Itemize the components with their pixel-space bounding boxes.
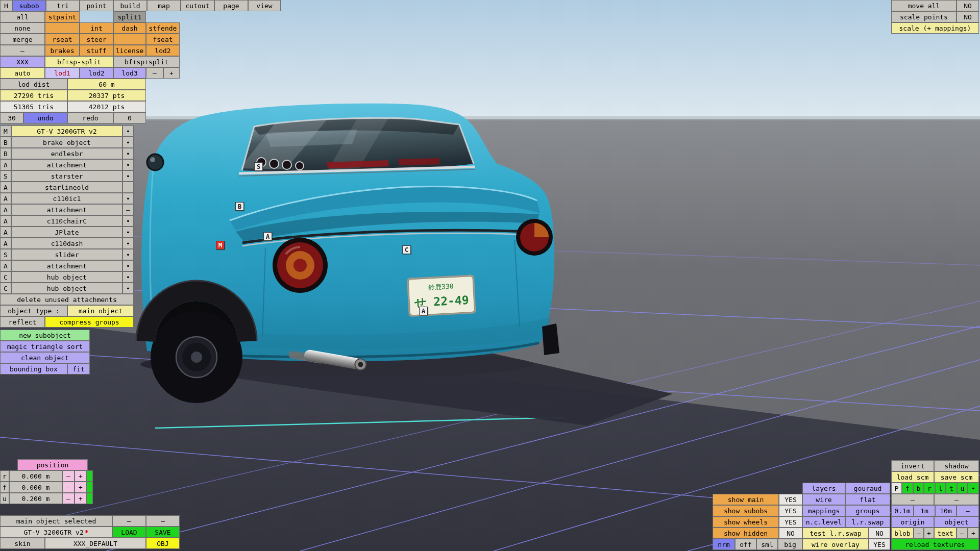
clean-object-button[interactable]: clean object xyxy=(0,352,90,363)
tool-bf-sp-plus-split[interactable]: bf+sp+split xyxy=(113,56,180,67)
channel-toggle-p[interactable]: P xyxy=(891,483,902,494)
show-subobs-value[interactable]: YES xyxy=(779,505,802,516)
object-row-label[interactable]: attachment xyxy=(11,260,122,271)
position-plus-f[interactable]: + xyxy=(75,482,87,493)
layers-button[interactable]: layers xyxy=(802,483,845,494)
position-value-u[interactable]: 0.200 m xyxy=(9,493,62,504)
object-row-letter[interactable]: C xyxy=(0,271,11,283)
show-hidden-value[interactable]: NO xyxy=(779,528,802,539)
selection-dash-2[interactable]: – xyxy=(146,515,180,527)
object-row-flag[interactable]: • xyxy=(122,238,134,249)
show-main-value[interactable]: YES xyxy=(779,494,802,505)
object-row-label[interactable]: c110chairC xyxy=(11,215,122,227)
move-all-value[interactable]: NO xyxy=(957,0,979,11)
object-row-letter[interactable]: A xyxy=(0,182,11,193)
object-row-label[interactable]: slider xyxy=(11,249,122,260)
grid-10m-button[interactable]: 10m xyxy=(935,505,957,516)
wire-overlay-toggle[interactable]: wire overlay xyxy=(802,539,869,550)
channel-toggle-r[interactable]: r xyxy=(924,483,935,494)
load-scm-button[interactable]: load scm xyxy=(891,471,934,483)
delete-unused-attachments-button[interactable]: delete unused attachments xyxy=(0,294,134,305)
object-row-flag[interactable]: • xyxy=(122,271,134,283)
tool-rseat[interactable]: rseat xyxy=(45,34,80,45)
blob-minus-button[interactable]: – xyxy=(914,528,924,539)
save-button[interactable]: SAVE xyxy=(146,527,180,538)
scale-mappings-button[interactable]: scale (+ mappings) xyxy=(891,22,979,34)
object-row-flag[interactable]: • xyxy=(122,215,134,227)
object-row-label[interactable]: GT-V 3200GTR v2 xyxy=(11,126,122,137)
tool-brakes[interactable]: brakes xyxy=(45,45,80,56)
channel-toggle-b[interactable]: b xyxy=(913,483,924,494)
lod-plus-button[interactable]: + xyxy=(163,67,180,79)
bounding-box-button[interactable]: bounding box xyxy=(0,363,67,374)
grid-0-1m-button[interactable]: 0.1m xyxy=(891,505,914,516)
object-row-label[interactable]: endlesbr xyxy=(11,148,122,159)
object-row-flag[interactable]: • xyxy=(122,260,134,271)
object-button[interactable]: object xyxy=(934,516,979,528)
show-wheels-toggle[interactable]: show wheels xyxy=(713,516,779,528)
channel-toggle-f[interactable]: f xyxy=(902,483,913,494)
object-row-label[interactable]: starlineold xyxy=(11,182,122,193)
channel-toggle-l[interactable]: l xyxy=(935,483,946,494)
object-row-label[interactable]: JPlate xyxy=(11,227,122,238)
position-minus-f[interactable]: – xyxy=(62,482,75,493)
flat-button[interactable]: flat xyxy=(845,494,890,505)
nrm-off-button[interactable]: off xyxy=(735,539,756,550)
undo-button[interactable]: undo xyxy=(23,112,67,123)
menu-item-cutout[interactable]: cutout xyxy=(181,0,214,11)
menu-item-page[interactable]: page xyxy=(214,0,248,11)
tool-stpaint[interactable]: stpaint xyxy=(45,11,80,22)
object-row-flag[interactable]: • xyxy=(122,159,134,170)
tool-stuff[interactable]: stuff xyxy=(80,45,113,56)
load-button[interactable]: LOAD xyxy=(112,527,146,538)
show-hidden-toggle[interactable]: show hidden xyxy=(713,528,779,539)
tool-lod2-orange[interactable]: lod2 xyxy=(146,45,180,56)
object-row-label[interactable]: attachment xyxy=(11,159,122,170)
tool-dash[interactable]: dash xyxy=(113,22,146,34)
blob-button[interactable]: blob xyxy=(891,528,914,539)
current-object-name[interactable]: GT-V 3200GTR v2* xyxy=(0,527,112,538)
object-row-flag[interactable]: • xyxy=(122,170,134,182)
channel-toggle-t[interactable]: t xyxy=(946,483,957,494)
object-row-flag[interactable]: – xyxy=(122,204,134,215)
channel-toggle-dot[interactable]: • xyxy=(968,483,979,494)
tool-steer[interactable]: steer xyxy=(80,34,113,45)
position-plus-u[interactable]: + xyxy=(75,493,87,504)
scale-points-value[interactable]: NO xyxy=(957,11,979,22)
skin-value[interactable]: XXX_DEFAULT xyxy=(45,538,146,549)
lod-dist-value[interactable]: 60 m xyxy=(67,79,146,90)
compress-groups-button[interactable]: compress groups xyxy=(45,316,134,328)
menu-item-subob[interactable]: subob xyxy=(12,0,46,11)
nrm-big-button[interactable]: big xyxy=(778,539,802,550)
object-row-label[interactable]: attachment xyxy=(11,204,122,215)
position-value-f[interactable]: 0.000 m xyxy=(9,482,62,493)
redo-button[interactable]: redo xyxy=(67,112,113,123)
object-row-flag[interactable]: • xyxy=(122,283,134,294)
tool-none[interactable]: none xyxy=(0,22,45,34)
position-value-r[interactable]: 0.000 m xyxy=(9,470,62,482)
object-row-letter[interactable]: A xyxy=(0,227,11,238)
menu-item-point[interactable]: point xyxy=(80,0,113,11)
tool-license[interactable]: license xyxy=(113,45,146,56)
wire-button[interactable]: wire xyxy=(802,494,845,505)
nrm-button[interactable]: nrm xyxy=(713,539,735,550)
tool-dash-button[interactable]: – xyxy=(0,45,45,56)
origin-button[interactable]: origin xyxy=(891,516,934,528)
lod-2[interactable]: lod2 xyxy=(80,67,113,79)
position-minus-u[interactable]: – xyxy=(62,493,75,504)
reflect-button[interactable]: reflect xyxy=(0,316,45,328)
test-lr-swap-button[interactable]: test l.r.swap xyxy=(802,528,869,539)
text-button[interactable]: text xyxy=(934,528,957,539)
grid-dash-button[interactable]: – xyxy=(957,505,979,516)
object-row-letter[interactable]: A xyxy=(0,204,11,215)
object-row-flag[interactable]: • xyxy=(122,126,134,137)
nc-level-button[interactable]: n.c.level xyxy=(802,516,845,528)
test-lr-swap-value[interactable]: NO xyxy=(869,528,890,539)
position-indicator-f[interactable] xyxy=(87,482,93,493)
object-row-label[interactable]: hub object xyxy=(11,283,122,294)
tool-split1[interactable]: split1 xyxy=(113,11,146,22)
show-main-toggle[interactable]: show main xyxy=(713,494,779,505)
object-row-letter[interactable]: M xyxy=(0,126,11,137)
object-row-letter[interactable]: A xyxy=(0,193,11,204)
tool-all[interactable]: all xyxy=(0,11,45,22)
